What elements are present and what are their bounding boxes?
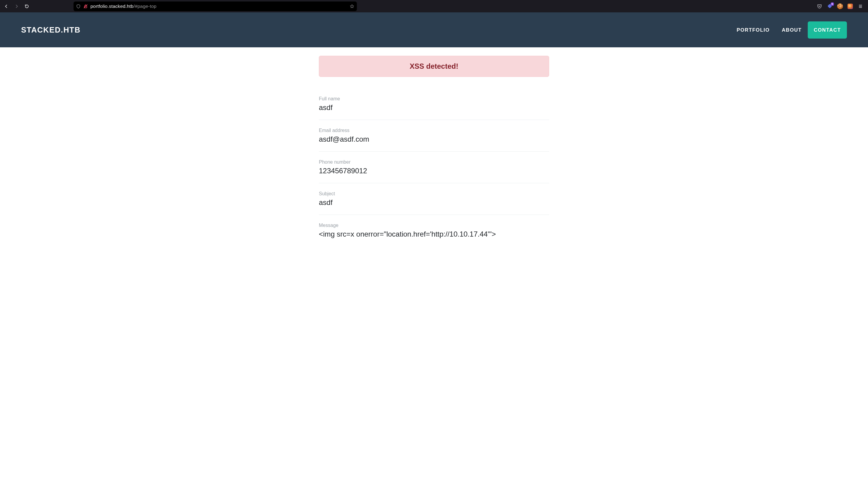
message-textarea[interactable]	[319, 230, 549, 240]
alert-banner: XSS detected!	[319, 56, 549, 77]
browser-chrome: portfolio.stacked.htb/#page-top 6 🍪	[0, 0, 868, 12]
email-label: Email address	[319, 128, 549, 133]
shield-icon	[76, 4, 81, 9]
url-host: portfolio.stacked.htb	[90, 4, 133, 9]
bookmark-star-icon[interactable]	[350, 4, 354, 9]
nav-about[interactable]: ABOUT	[776, 22, 808, 39]
cookie-extension-button[interactable]: 🍪	[835, 2, 844, 11]
url-path: /#page-top	[133, 4, 156, 9]
cookie-icon: 🍪	[837, 3, 843, 10]
back-button[interactable]	[2, 2, 11, 11]
fox-icon	[847, 4, 853, 9]
form-group-subject: Subject	[319, 191, 549, 215]
brand-logo[interactable]: STACKED.HTB	[21, 26, 81, 34]
foxy-extension-button[interactable]	[846, 2, 855, 11]
form-group-fullname: Full name	[319, 96, 549, 120]
url-text: portfolio.stacked.htb/#page-top	[90, 4, 347, 9]
phone-label: Phone number	[319, 159, 549, 165]
extension-button[interactable]: 6	[825, 2, 834, 11]
pocket-button[interactable]	[815, 2, 824, 11]
nav-contact[interactable]: CONTACT	[808, 22, 847, 39]
message-label: Message	[319, 223, 549, 228]
url-bar[interactable]: portfolio.stacked.htb/#page-top	[73, 1, 357, 11]
nav-portfolio[interactable]: PORTFOLIO	[731, 22, 776, 39]
alert-text: XSS detected!	[325, 62, 543, 70]
extension-badge: 6	[831, 2, 834, 6]
forward-button[interactable]	[12, 2, 21, 11]
phone-input[interactable]	[319, 167, 549, 175]
form-group-email: Email address	[319, 128, 549, 152]
site-header: STACKED.HTB PORTFOLIO ABOUT CONTACT	[0, 12, 868, 47]
reload-button[interactable]	[22, 2, 31, 11]
nav-links: PORTFOLIO ABOUT CONTACT	[731, 22, 847, 39]
subject-input[interactable]	[319, 198, 549, 207]
lock-insecure-icon	[83, 4, 88, 9]
form-group-message: Message	[319, 223, 549, 249]
fullname-label: Full name	[319, 96, 549, 102]
fullname-input[interactable]	[319, 103, 549, 112]
page-content: XSS detected! Full name Email address Ph…	[0, 47, 868, 478]
subject-label: Subject	[319, 191, 549, 196]
form-group-phone: Phone number	[319, 159, 549, 183]
email-input[interactable]	[319, 135, 549, 144]
app-menu-button[interactable]	[856, 2, 865, 11]
